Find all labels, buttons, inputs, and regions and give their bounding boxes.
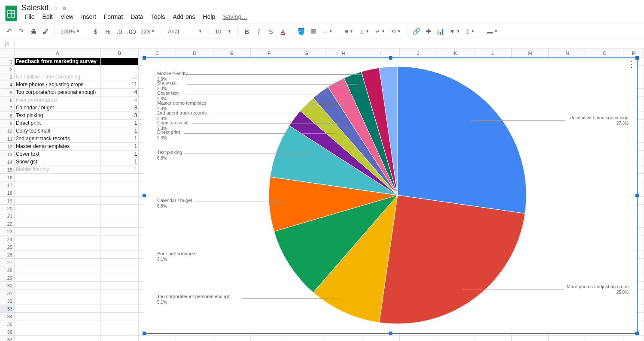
row-header[interactable]: 36 (0, 328, 15, 336)
cell[interactable]: Show gst (15, 158, 101, 166)
row-header[interactable]: 5 (0, 89, 15, 97)
menu-edit[interactable]: Edit (39, 12, 56, 21)
column-header[interactable]: E (213, 48, 251, 58)
strikethrough-icon[interactable]: S (266, 27, 276, 36)
cell[interactable] (101, 197, 139, 205)
row-header[interactable]: 8 (0, 112, 15, 120)
row-header[interactable]: 37 (0, 336, 15, 341)
row-header[interactable]: 35 (0, 320, 15, 328)
row-header[interactable]: 32 (0, 297, 15, 305)
cell[interactable] (15, 297, 101, 305)
cell[interactable] (139, 336, 176, 341)
cell[interactable]: Too corporate/not personal enough (15, 89, 101, 97)
cell[interactable]: Master demo templates (15, 143, 101, 151)
cell[interactable]: More photos / adjusting crops (15, 81, 101, 89)
cell[interactable]: 2nd agent track records (15, 135, 101, 143)
cell[interactable] (101, 274, 139, 282)
row-header[interactable]: 1 (0, 58, 15, 66)
cell[interactable] (15, 320, 101, 328)
star-icon[interactable]: ☆ (53, 5, 58, 12)
row-header[interactable]: 24 (0, 235, 15, 243)
cell[interactable] (101, 328, 139, 336)
row-header[interactable]: 30 (0, 282, 15, 290)
insert-link-icon[interactable]: 🔗 (412, 27, 421, 36)
text-color-icon[interactable]: A (278, 27, 288, 36)
column-header[interactable]: D (176, 48, 213, 58)
row-header[interactable]: 28 (0, 266, 15, 274)
row-header[interactable]: 13 (0, 151, 15, 158)
resize-handle[interactable] (635, 332, 639, 335)
menu-view[interactable]: View (57, 12, 77, 21)
cell[interactable] (101, 205, 139, 212)
bold-icon[interactable]: B (242, 27, 252, 36)
cell[interactable] (101, 320, 139, 328)
menu-help[interactable]: Help (200, 12, 219, 21)
cell[interactable] (213, 336, 251, 341)
more-toolbar-icon[interactable]: ▬▼ (486, 28, 500, 35)
cell[interactable] (251, 336, 288, 341)
cell[interactable]: 1 (101, 158, 139, 166)
sheets-logo-icon[interactable] (4, 5, 18, 22)
cell[interactable]: Unintuitive / time consuming (15, 73, 101, 81)
row-header[interactable]: 34 (0, 313, 15, 320)
more-formats-dropdown[interactable]: 123▼ (139, 28, 157, 35)
row-header[interactable]: 19 (0, 197, 15, 205)
filter-dropdown[interactable]: ▼▼ (448, 28, 462, 35)
row-header[interactable]: 6 (0, 97, 15, 104)
row-header[interactable]: 31 (0, 290, 15, 297)
cell[interactable] (15, 174, 101, 181)
move-folder-icon[interactable]: ■ (63, 5, 66, 12)
cell[interactable] (101, 297, 139, 305)
cell[interactable]: 3 (101, 112, 139, 120)
column-header[interactable]: P (623, 48, 644, 58)
cell[interactable] (101, 174, 139, 181)
resize-handle[interactable] (143, 56, 146, 60)
cell[interactable] (101, 181, 139, 189)
column-header[interactable]: N (549, 48, 586, 58)
insert-comment-icon[interactable]: ✚ (424, 27, 433, 36)
row-header[interactable]: 21 (0, 212, 15, 220)
menu-data[interactable]: Data (127, 12, 147, 21)
cell[interactable]: Poor performance (15, 97, 101, 104)
cell[interactable] (101, 266, 139, 274)
column-header[interactable]: L (474, 48, 512, 58)
cell[interactable] (15, 235, 101, 243)
insert-chart-icon[interactable]: 📊 (436, 27, 445, 36)
cell[interactable] (101, 290, 139, 297)
functions-dropdown[interactable]: Σ▼ (465, 28, 477, 35)
cell[interactable]: 11 (101, 81, 139, 89)
pie-chart-container[interactable]: ⋮ Unintuitive / time consuming27.3% More… (144, 57, 638, 334)
column-header[interactable]: K (437, 48, 474, 58)
cell[interactable]: 1 (101, 127, 139, 135)
cell[interactable] (15, 290, 101, 297)
cell[interactable]: Cover text (15, 151, 101, 158)
cell[interactable] (586, 336, 623, 341)
cell[interactable] (325, 336, 362, 341)
column-header[interactable]: A (15, 48, 101, 58)
cell[interactable] (101, 336, 139, 341)
row-header[interactable]: 20 (0, 205, 15, 212)
row-header[interactable]: 10 (0, 127, 15, 135)
cell[interactable] (288, 336, 325, 341)
menu-tools[interactable]: Tools (148, 12, 169, 21)
cell[interactable] (15, 243, 101, 251)
cell[interactable] (15, 181, 101, 189)
row-header[interactable]: 22 (0, 220, 15, 228)
cell[interactable]: Feedback from marketing survey (15, 58, 101, 66)
cell[interactable] (15, 66, 101, 73)
column-header[interactable]: H (325, 48, 363, 58)
font-family-dropdown[interactable]: Arial▼ (166, 27, 204, 36)
cell[interactable] (15, 274, 101, 282)
cell[interactable]: Text pinking (15, 112, 101, 120)
cell[interactable] (101, 251, 139, 259)
font-size-dropdown[interactable]: 10▼ (213, 28, 233, 35)
menu-addons[interactable]: Add-ons (169, 12, 198, 21)
menu-insert[interactable]: Insert (78, 12, 100, 21)
cell[interactable] (15, 220, 101, 228)
cell[interactable]: 1 (101, 135, 139, 143)
cell[interactable] (101, 282, 139, 290)
cell[interactable] (15, 212, 101, 220)
row-header[interactable]: 2 (0, 66, 15, 73)
cell[interactable] (437, 336, 474, 341)
increase-decimal-icon[interactable]: .00 (127, 27, 136, 36)
